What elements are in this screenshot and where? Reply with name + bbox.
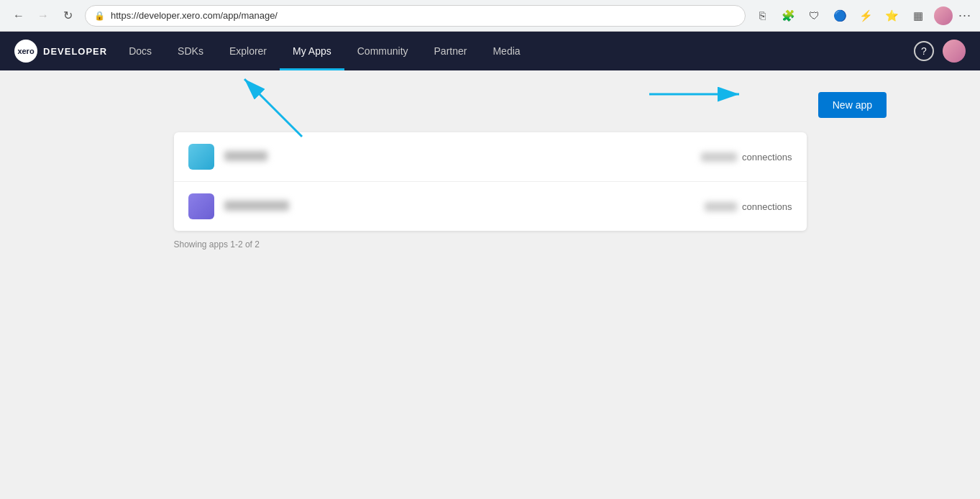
table-row[interactable]: connections [174,132,807,182]
browser-profile-avatar[interactable] [934,6,953,25]
browser-menu-button[interactable]: ··· [958,8,971,23]
xero-logo-circle: xero [14,40,37,63]
showing-text: Showing apps 1-2 of 2 [174,231,807,249]
nav-item-explorer[interactable]: Explorer [216,32,280,70]
xero-logo[interactable]: xero DEVELOPER [14,40,107,63]
app-icon-2 [188,193,214,219]
url-text: https://developer.xero.com/app/manage/ [111,10,278,21]
back-button[interactable]: ← [9,6,29,26]
app-icon-1 [188,144,214,170]
lock-icon: 🔒 [94,11,105,21]
reload-button[interactable]: ↻ [58,6,78,26]
browser-chrome: ← → ↻ 🔒 https://developer.xero.com/app/m… [0,0,980,32]
nav-item-docs[interactable]: Docs [116,32,165,70]
favorites-button[interactable]: ⭐ [882,6,902,26]
table-row[interactable]: connections [174,182,807,231]
nav-item-community[interactable]: Community [344,32,421,70]
new-app-button[interactable]: New app [818,92,887,118]
developer-label: DEVELOPER [43,46,107,57]
forward-button[interactable]: → [33,6,53,26]
browser-ext-button[interactable]: ⚡ [856,6,876,26]
address-bar[interactable]: 🔒 https://developer.xero.com/app/manage/ [85,5,746,27]
nav-buttons: ← → ↻ [9,6,78,26]
help-button[interactable]: ? [914,41,934,61]
app-name-1 [224,151,701,163]
nav-item-sdks[interactable]: SDKs [165,32,216,70]
nav-item-media[interactable]: Media [480,32,533,70]
smartscreen-button[interactable]: 🔵 [830,6,851,26]
nav-item-myapps[interactable]: My Apps [280,32,344,70]
nav-item-partner[interactable]: Partner [421,32,480,70]
ublock-button[interactable]: 🛡 [805,6,825,26]
app-name-2 [224,201,705,213]
nav-profile-avatar[interactable] [943,40,966,63]
read-aloud-button[interactable]: ⎘ [753,6,773,26]
apps-list: connections connections [174,132,807,231]
top-bar: New app [0,85,980,132]
browser-actions: ⎘ 🧩 🛡 🔵 ⚡ ⭐ ▦ ··· [753,6,971,26]
app-connections-2: connections [705,201,792,212]
app-connections-1: connections [701,152,792,162]
main-content: New app connections connections [0,70,980,499]
extensions-button[interactable]: 🧩 [779,6,799,26]
xero-navbar: xero DEVELOPER Docs SDKs Explorer My App… [0,32,980,70]
nav-right: ? [914,40,966,63]
sidebar-button[interactable]: ▦ [908,6,928,26]
newapp-arrow [649,83,750,105]
nav-items: Docs SDKs Explorer My Apps Community Par… [116,32,914,70]
